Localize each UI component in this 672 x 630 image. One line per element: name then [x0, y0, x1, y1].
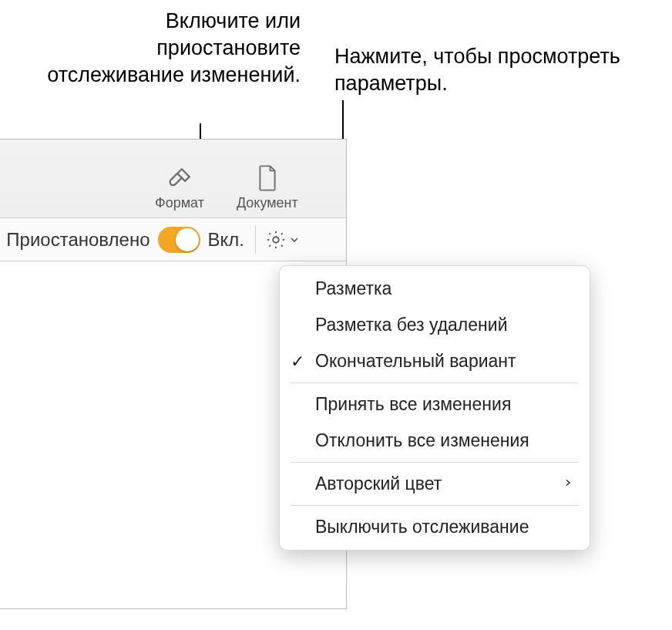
paintbrush-icon	[166, 166, 193, 192]
separator	[255, 226, 256, 254]
menu-item-markup-no-deletions[interactable]: Разметка без удалений	[280, 307, 590, 343]
menu-separator	[291, 382, 579, 383]
chevron-right-icon	[563, 475, 573, 493]
document-button[interactable]: Документ	[237, 164, 298, 211]
review-options-menu: Разметка Разметка без удалений ✓ Окончат…	[279, 265, 590, 551]
format-button[interactable]: Формат	[155, 166, 204, 211]
menu-separator	[291, 505, 579, 506]
menu-item-label: Отклонить все изменения	[315, 430, 529, 451]
svg-point-0	[273, 237, 278, 242]
document-icon	[256, 164, 279, 192]
document-label: Документ	[237, 195, 298, 211]
track-changes-bar: : Приостановлено Вкл.	[0, 218, 346, 261]
toggle-knob	[176, 228, 199, 251]
callout-review-options: Нажмите, чтобы просмотреть параметры.	[334, 43, 627, 97]
menu-item-label: Авторский цвет	[315, 473, 442, 494]
menu-item-label: Разметка без удалений	[315, 315, 507, 335]
menu-item-reject-all[interactable]: Отклонить все изменения	[280, 423, 590, 459]
gear-icon	[265, 229, 287, 251]
review-options-button[interactable]	[260, 226, 305, 254]
format-label: Формат	[155, 195, 204, 211]
tracking-status-text: : Приостановлено	[0, 229, 150, 251]
menu-separator	[291, 462, 579, 463]
main-toolbar: Формат Документ	[0, 140, 346, 218]
track-changes-toggle[interactable]	[158, 227, 200, 253]
toggle-on-label: Вкл.	[208, 229, 244, 251]
menu-item-label: Разметка	[315, 278, 391, 299]
menu-item-final[interactable]: ✓ Окончательный вариант	[280, 343, 590, 379]
menu-item-label: Принять все изменения	[315, 394, 511, 415]
menu-item-label: Выключить отслеживание	[315, 517, 529, 537]
menu-item-author-color[interactable]: Авторский цвет	[280, 466, 590, 502]
menu-item-turn-off-tracking[interactable]: Выключить отслеживание	[280, 509, 590, 545]
checkmark-icon: ✓	[291, 352, 304, 372]
menu-item-accept-all[interactable]: Принять все изменения	[280, 386, 590, 423]
menu-item-label: Окончательный вариант	[315, 351, 516, 372]
chevron-down-icon	[288, 234, 301, 246]
callout-track-changes-toggle: Включите или приостановите отслеживание …	[23, 8, 301, 89]
menu-item-markup[interactable]: Разметка	[280, 271, 590, 307]
